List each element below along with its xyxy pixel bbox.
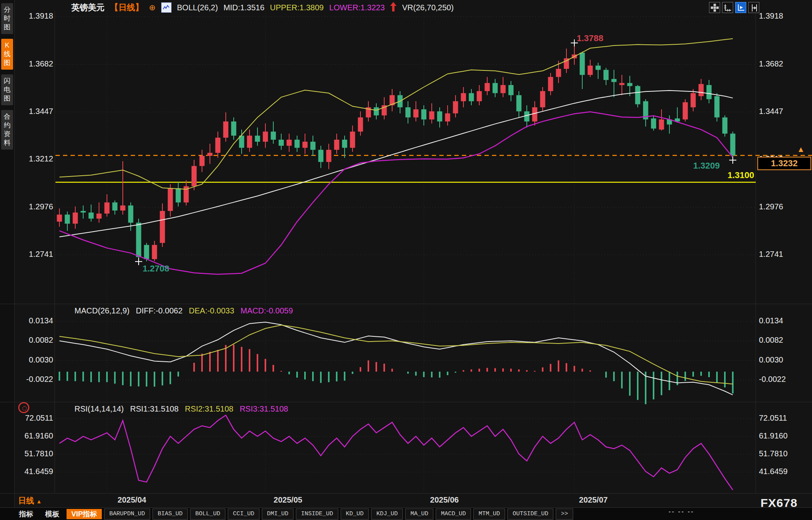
- indicator-config-icon[interactable]: [18, 402, 29, 413]
- toolbar-pan-icon[interactable]: [709, 2, 720, 13]
- timeframe-arrow-icon: ▲: [36, 498, 42, 505]
- vr-settings-label: VR(26,70,250): [402, 3, 454, 12]
- chart-header: 英镑美元 【日线】 ⊕ BOLL(26,2) MID:1.3516 UPPER:…: [71, 2, 454, 13]
- indicator-tab-13[interactable]: MTM_UD: [473, 509, 505, 520]
- timeframe-tag[interactable]: 【日线】: [110, 2, 143, 13]
- macd-pane-header: MACD(26,12,9) DIFF:-0.0062 DEA:-0.0033 M…: [74, 306, 293, 316]
- low-price-label: 1.2708: [143, 264, 169, 274]
- rsi-pane-header: RSI(14,14,14) RSI1:31.5108 RSI2:31.5108 …: [74, 404, 288, 414]
- chart-toolbar: [709, 2, 759, 13]
- indicator-tab-6[interactable]: CCI_UD: [228, 509, 259, 520]
- rsi2-value: RSI2:31.5108: [185, 404, 233, 414]
- price-up-arrow-icon: [390, 2, 396, 13]
- indicator-tab-10[interactable]: KDJ_UD: [371, 509, 403, 520]
- indicator-tab-5[interactable]: BOLL_UD: [190, 509, 225, 520]
- price-box-up-arrow-icon: ▲: [797, 145, 805, 154]
- indicator-tab-14[interactable]: OUTSIDE_UD: [507, 509, 553, 520]
- recent-low-label: 1.3209: [693, 161, 720, 171]
- indicator-tab-9[interactable]: KD_UD: [341, 509, 369, 520]
- indicator-tab-15[interactable]: >>: [556, 509, 573, 520]
- toolbar-axis-shift-icon[interactable]: [748, 2, 759, 13]
- indicator-tab-12[interactable]: MACD_UD: [436, 509, 471, 520]
- macd-macd-value: MACD:-0.0059: [240, 306, 293, 315]
- rsi3-value: RSI3:31.5108: [240, 404, 288, 414]
- indicator-tab-8[interactable]: INSIDE_UD: [296, 509, 338, 520]
- toolbar-axis-scale-icon[interactable]: [722, 2, 733, 13]
- last-price-box: 1.3232: [757, 157, 811, 170]
- indicator-tab-2[interactable]: VIP指标: [67, 509, 102, 519]
- indicator-tab-4[interactable]: BIAS_UD: [152, 509, 188, 520]
- toolbar-axis-play-icon[interactable]: [735, 2, 746, 13]
- symbol-name: 英镑美元: [71, 2, 105, 13]
- boll-mid-value: MID:1.3516: [223, 3, 264, 12]
- rsi-title: RSI(14,14,14): [74, 404, 124, 414]
- macd-diff-value: DIFF:-0.0062: [136, 306, 183, 315]
- boll-settings-label: BOLL(26,2): [177, 3, 218, 12]
- high-price-label: 1.3788: [577, 33, 603, 44]
- boll-lower-value: LOWER:1.3223: [329, 3, 385, 12]
- add-indicator-icon[interactable]: ⊕: [149, 3, 156, 12]
- brand-watermark: FX678: [761, 496, 797, 510]
- indicator-tab-0[interactable]: 指标: [14, 509, 38, 519]
- macd-title: MACD(26,12,9): [74, 306, 130, 315]
- indicator-tab-11[interactable]: MA_UD: [405, 509, 433, 520]
- support-line-label: 1.3100: [696, 170, 754, 180]
- indicator-tab-7[interactable]: DMI_UD: [262, 509, 294, 520]
- trading-app-window: 分时图K线图闪电图合约资料 英镑美元 【日线】 ⊕ BOLL(26,2) MID…: [0, 0, 812, 520]
- indicator-tab-1[interactable]: 模板: [40, 509, 64, 519]
- boll-upper-value: UPPER:1.3809: [270, 3, 324, 12]
- rsi1-value: RSI1:31.5108: [130, 404, 179, 414]
- indicator-tab-3[interactable]: BARUPDN_UD: [104, 509, 150, 520]
- candlestick-chart-icon[interactable]: [161, 2, 172, 13]
- macd-dea-value: DEA:-0.0033: [189, 306, 234, 315]
- timeframe-selector[interactable]: 日线 ▲: [18, 495, 42, 506]
- axis-dashes: -- -- --: [669, 508, 694, 515]
- price-chart-canvas[interactable]: [0, 0, 812, 520]
